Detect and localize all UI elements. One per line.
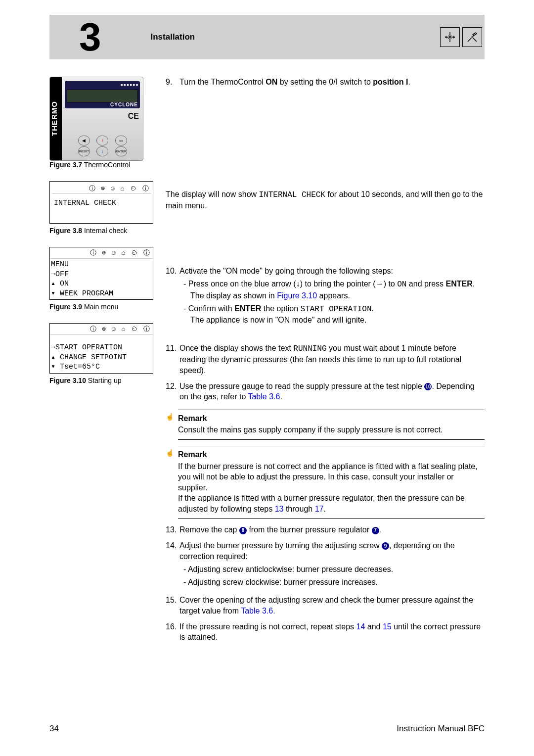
figure-3-9: ⓘ ⊚ ☺ ⌂ ⏲ ⓘ MENU →OFF ▴ ON ▾ WEEK PROGRA… — [49, 247, 153, 311]
step-14: 14. Adjust the burner pressure by turnin… — [166, 540, 485, 590]
figure-3-8: ⓘ ⊚ ☺ ⌂ ⏲ ⓘ INTERNAL CHECK Figure 3.8 In… — [49, 181, 153, 235]
installer-icon — [440, 27, 460, 47]
figure-3-10: ⓘ ⊚ ☺ ⌂ ⏲ ⓘ →START OPERATION ▴ CHANGE SE… — [49, 323, 153, 384]
svg-marker-0 — [445, 36, 446, 39]
step-11: 11. Once the display shows the text RUNN… — [166, 343, 485, 376]
link-table-3-6[interactable]: Table 3.6 — [248, 392, 280, 401]
tools-icon — [462, 27, 482, 47]
remark-icon: ☝ — [166, 412, 174, 422]
remark-2: ☝ Remark If the burner pressure is not c… — [178, 446, 485, 519]
link-figure-3-10[interactable]: Figure 3.10 — [277, 291, 317, 300]
callout-9-icon: 9 — [382, 542, 389, 550]
page-footer: 34 Instruction Manual BFC — [49, 724, 485, 734]
remark-1: ☝ Remark Consult the mains gas supply co… — [178, 410, 485, 440]
svg-marker-1 — [453, 36, 455, 39]
step-13: 13. Remove the cap 8 from the burner pre… — [166, 524, 485, 535]
link-step-13[interactable]: 13 — [275, 505, 284, 513]
step-16: 16. If the pressure reading is not corre… — [166, 621, 485, 643]
link-table-3-6-b[interactable]: Table 3.6 — [241, 607, 273, 615]
figure-3-7: THERMO ■ ■ ■ ■ ■ ■ CYCLONE CE ◀↑▭ RESET↓… — [49, 77, 153, 169]
chapter-number: 3 — [79, 17, 101, 57]
chapter-title: Installation — [151, 32, 195, 42]
callout-10-icon: 10 — [424, 383, 432, 390]
link-step-15[interactable]: 15 — [383, 622, 392, 631]
doc-title: Instruction Manual BFC — [397, 724, 485, 734]
page-number: 34 — [49, 724, 59, 734]
link-step-14[interactable]: 14 — [356, 622, 365, 631]
callout-7-icon: 7 — [372, 527, 379, 534]
step-15: 15. Cover the opening of the adjusting s… — [166, 595, 485, 616]
step-10: 10. Activate the "ON mode" by going thro… — [166, 266, 485, 328]
callout-8-icon: 8 — [239, 527, 247, 534]
link-step-17[interactable]: 17 — [315, 505, 324, 513]
step-12: 12. Use the pressure gauge to read the s… — [166, 381, 485, 402]
step-9: 9. Turn the ThermoControl ON by setting … — [166, 77, 485, 88]
intro-internal-check: The display will now show INTERNAL CHECK… — [166, 189, 485, 211]
chapter-header: 3 Installation — [49, 15, 485, 59]
thermo-brand: THERMO — [50, 77, 62, 160]
remark-icon: ☝ — [166, 448, 174, 458]
